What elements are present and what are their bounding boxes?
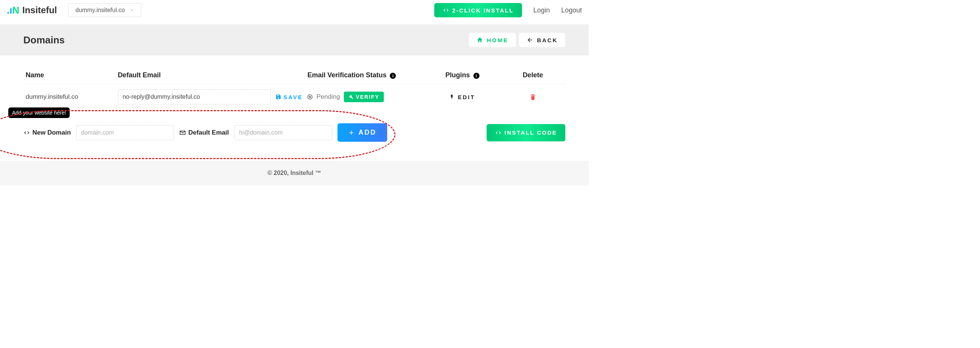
radio-icon xyxy=(307,94,313,99)
top-bar: .ıN Insiteful dummy.insiteful.co 2-CLICK… xyxy=(0,0,589,24)
new-domain-input[interactable] xyxy=(76,125,174,140)
add-label: ADD xyxy=(358,129,377,136)
install-code-button[interactable]: INSTALL CODE xyxy=(487,124,565,141)
domain-selector[interactable]: dummy.insiteful.co xyxy=(68,3,141,17)
info-icon[interactable]: i xyxy=(390,73,396,79)
wrench-icon xyxy=(348,94,354,99)
save-button[interactable]: SAVE xyxy=(275,94,303,100)
envelope-icon xyxy=(179,129,186,136)
logout-link[interactable]: Logout xyxy=(561,6,582,14)
tooltip-text: Add your website here! xyxy=(12,110,66,116)
domain-name-cell: dummy.insiteful.co xyxy=(23,84,116,110)
default-email-cell: SAVE xyxy=(116,84,305,110)
brand-mark: .ıN xyxy=(7,5,19,15)
col-delete: Delete xyxy=(500,67,565,84)
default-email-label: Default Email xyxy=(188,129,229,136)
save-icon xyxy=(275,94,282,100)
col-name: Name xyxy=(23,67,116,84)
info-icon[interactable]: i xyxy=(473,73,479,79)
home-icon xyxy=(476,37,483,43)
new-domain-label: New Domain xyxy=(32,129,71,136)
content-area: Name Default Email Email Verification St… xyxy=(0,56,589,161)
footer: © 2020, Insiteful ™ xyxy=(0,161,589,185)
table-row: dummy.insiteful.co SAVE xyxy=(23,84,565,110)
delete-cell xyxy=(500,84,565,110)
domains-table: Name Default Email Email Verification St… xyxy=(23,67,565,110)
verify-label: VERIFY xyxy=(356,94,380,100)
back-button[interactable]: BACK xyxy=(519,33,565,47)
two-click-install-button[interactable]: 2-CLICK INSTALL xyxy=(434,3,522,18)
chevron-down-icon xyxy=(130,8,134,13)
verification-cell: Pending VERIFY xyxy=(305,84,425,110)
title-band: Domains HOME BACK xyxy=(0,24,589,56)
new-default-email-input[interactable] xyxy=(234,125,332,140)
verify-button[interactable]: VERIFY xyxy=(344,92,384,102)
selected-domain: dummy.insiteful.co xyxy=(75,7,125,14)
footer-text: © 2020, Insiteful ™ xyxy=(267,170,321,176)
home-label: HOME xyxy=(487,37,509,43)
col-default-email: Default Email xyxy=(116,67,305,84)
add-button[interactable]: ADD xyxy=(337,123,387,142)
new-domain-row: Add your website here! New Domain Defaul… xyxy=(23,123,565,142)
edit-label: EDIT xyxy=(458,94,475,100)
login-link[interactable]: Login xyxy=(533,6,550,14)
new-domain-tooltip: Add your website here! xyxy=(8,107,70,118)
code-icon xyxy=(442,7,449,14)
plus-icon xyxy=(348,129,355,136)
brand-logo[interactable]: .ıN Insiteful xyxy=(7,5,57,16)
plugins-cell: EDIT xyxy=(425,84,500,110)
install-label: 2-CLICK INSTALL xyxy=(452,7,514,14)
home-button[interactable]: HOME xyxy=(469,33,516,47)
col-plugins: Plugins i xyxy=(425,67,500,84)
pending-label: Pending xyxy=(317,93,340,101)
page-title: Domains xyxy=(23,34,65,46)
trash-icon[interactable] xyxy=(503,93,563,101)
arrow-left-icon xyxy=(527,37,533,43)
edit-plugins-button[interactable]: EDIT xyxy=(449,94,475,100)
save-label: SAVE xyxy=(283,94,303,100)
code-icon xyxy=(23,129,30,136)
code-icon xyxy=(495,129,502,136)
back-label: BACK xyxy=(537,37,558,43)
new-domain-label-wrap: New Domain xyxy=(23,129,71,136)
col-verification-label: Email Verification Status xyxy=(307,71,387,79)
col-verification: Email Verification Status i xyxy=(305,67,425,84)
default-email-input[interactable] xyxy=(118,89,271,104)
default-email-label-wrap: Default Email xyxy=(179,129,229,136)
bolt-icon xyxy=(449,94,455,100)
brand-name: Insiteful xyxy=(22,5,57,16)
col-plugins-label: Plugins xyxy=(445,71,470,79)
install-code-label: INSTALL CODE xyxy=(505,129,557,136)
